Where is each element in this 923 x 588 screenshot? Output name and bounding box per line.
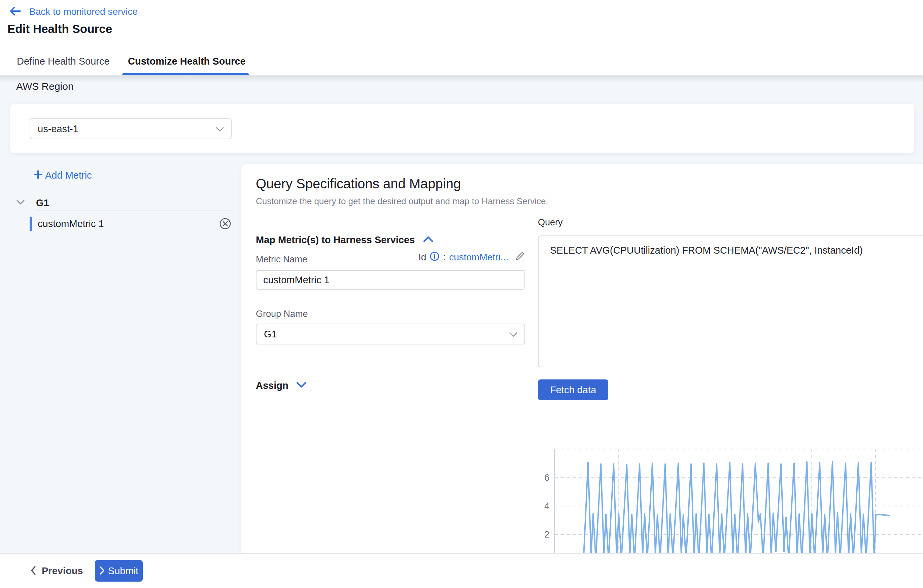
tab-customize-health-source[interactable]: Customize Health Source	[128, 47, 246, 75]
panel-subheading: Customize the query to get the desired o…	[256, 196, 549, 206]
tabbar-shadow	[0, 76, 923, 83]
metric-group-name: G1	[36, 197, 49, 208]
add-metric-label: Add Metric	[45, 170, 92, 181]
submit-button-label: Submit	[108, 565, 138, 577]
query-textarea[interactable]: SELECT AVG(CPUUtilization) FROM SCHEMA("…	[538, 236, 923, 367]
id-prefix: Id	[419, 252, 426, 263]
tab-define-health-source[interactable]: Define Health Source	[17, 47, 110, 75]
chevron-down-icon	[509, 329, 518, 340]
svg-text:4: 4	[544, 501, 549, 511]
query-label: Query	[538, 217, 563, 228]
previous-button[interactable]: Previous	[28, 562, 85, 580]
info-circle-icon[interactable]	[430, 251, 440, 264]
id-separator: :	[443, 252, 446, 263]
metric-name-input[interactable]	[256, 270, 525, 290]
metric-id-link[interactable]: customMetri...	[449, 252, 508, 263]
aws-region-select[interactable]: us-east-1	[30, 118, 232, 139]
aws-region-value: us-east-1	[38, 123, 79, 134]
content-area: AWS Region us-east-1 Add Metric G1	[0, 76, 923, 554]
panel-heading: Query Specifications and Mapping	[256, 176, 461, 192]
aws-region-card: us-east-1	[10, 103, 914, 153]
chevron-left-icon	[30, 566, 36, 576]
group-name-select[interactable]: G1	[256, 324, 525, 344]
chevron-down-icon	[215, 123, 224, 134]
svg-text:2: 2	[544, 529, 549, 540]
back-arrow-icon	[9, 6, 21, 18]
assign-label: Assign	[256, 380, 289, 391]
chevron-down-icon	[296, 381, 307, 390]
chart-canvas: 246	[535, 444, 923, 554]
submit-button[interactable]: Submit	[95, 560, 143, 581]
svg-text:6: 6	[544, 473, 549, 483]
plus-icon	[33, 170, 43, 181]
metric-id-row: Id : customMetri...	[256, 251, 525, 264]
group-name-label: Group Name	[256, 309, 308, 319]
metric-list-item[interactable]: customMetric 1	[30, 215, 232, 233]
add-metric-button[interactable]: Add Metric	[33, 167, 92, 183]
previous-button-label: Previous	[42, 565, 83, 577]
remove-metric-icon[interactable]	[219, 217, 232, 230]
edit-id-pencil-icon[interactable]	[514, 251, 525, 264]
footer-bar: Previous Submit	[0, 553, 923, 588]
map-metrics-section-header[interactable]: Map Metric(s) to Harness Services	[256, 233, 434, 247]
query-specifications-panel: Query Specifications and Mapping Customi…	[241, 164, 923, 554]
group-divider	[36, 211, 232, 211]
assign-section-header[interactable]: Assign	[256, 379, 307, 392]
back-link-label: Back to monitored service	[29, 7, 138, 17]
metric-list-item-label: customMetric 1	[38, 218, 104, 229]
metric-group-row: G1	[16, 195, 49, 211]
aws-region-label: AWS Region	[16, 81, 74, 92]
group-collapse-chevron-icon[interactable]	[16, 199, 25, 206]
chevron-right-icon	[99, 566, 105, 576]
selected-metric-indicator	[30, 217, 32, 231]
edit-health-source-page: Back to monitored service Edit Health So…	[0, 0, 923, 588]
metric-preview-chart: 246	[535, 444, 923, 554]
page-title: Edit Health Source	[7, 22, 112, 36]
active-tab-indicator	[122, 73, 249, 75]
map-metrics-title: Map Metric(s) to Harness Services	[256, 234, 415, 246]
back-link[interactable]: Back to monitored service	[9, 4, 138, 20]
group-name-value: G1	[264, 329, 277, 340]
chevron-up-icon	[423, 236, 434, 244]
tab-bar: Define Health Source Customize Health So…	[0, 47, 923, 76]
fetch-data-button[interactable]: Fetch data	[538, 380, 608, 400]
